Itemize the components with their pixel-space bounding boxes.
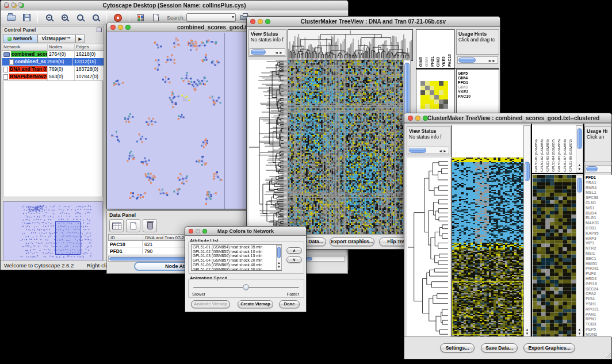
gene-label[interactable]: MSL1	[586, 190, 612, 196]
export-graphics-button[interactable]: Export Graphics...	[330, 237, 374, 246]
col-network[interactable]: Network	[2, 44, 48, 51]
attribute-item[interactable]: GPL51-03 (GSM856) heat shock 15 min	[192, 254, 281, 258]
tab-vizmapper[interactable]: VizMapper™	[37, 35, 76, 43]
maximize-icon[interactable]	[18, 2, 22, 7]
network-row-dna-tran[interactable]: DNA and Tran 07 769(0) 183728(0)	[2, 66, 104, 73]
gene-label[interactable]: PFD1	[458, 81, 498, 85]
scroll-arrows[interactable]: ◄►	[438, 148, 447, 154]
scrollbar-thumb[interactable]	[277, 247, 281, 258]
scroll-arrows[interactable]: ▲▼	[524, 328, 530, 336]
maximize-icon[interactable]	[125, 25, 131, 30]
attribute-item[interactable]: GPL51-06 (GSM865) heat shock 40 min	[192, 263, 281, 267]
gene-label[interactable]: PAN1	[586, 312, 612, 317]
scrollbar-thumb[interactable]	[577, 128, 582, 149]
gene-label[interactable]: SEC1	[586, 256, 612, 262]
animate-vizmap-button[interactable]: Animate Vizmap	[191, 300, 230, 308]
tab-overflow-arrow[interactable]: ▶	[75, 35, 84, 43]
scrollbar-thumb[interactable]	[409, 148, 426, 153]
gene-label[interactable]: BUD4	[586, 211, 612, 216]
zoom-in-button[interactable]: +	[58, 12, 71, 24]
vertical-scrollbar[interactable]: ▲▼	[523, 125, 531, 337]
new-attribute-button[interactable]	[126, 219, 140, 232]
gene-label[interactable]: MAK31	[586, 221, 612, 226]
gene-label[interactable]: MSI1	[586, 251, 612, 256]
expression-heatmap[interactable]	[452, 158, 523, 337]
gene-label[interactable]: GIM4	[458, 76, 498, 81]
horizontal-scrollbar[interactable]: ◄►	[457, 56, 498, 64]
gene-label[interactable]: HMG1	[586, 262, 612, 267]
gene-label[interactable]: RPN1	[586, 317, 612, 322]
minimize-icon[interactable]	[118, 25, 123, 30]
column-dendrogram[interactable]	[288, 29, 413, 61]
scrollbar-thumb[interactable]	[586, 166, 598, 171]
horizontal-scrollbar[interactable]: ◄►	[408, 147, 449, 154]
gene-label[interactable]: GTB1	[586, 226, 612, 231]
gene-label[interactable]: TCB3	[586, 322, 612, 327]
speed-slider-thumb[interactable]	[243, 284, 249, 290]
scrollbar-thumb[interactable]	[525, 162, 530, 181]
network-row-selected[interactable]: combined_sco 2569(6) 13112(15)	[2, 58, 104, 66]
gene-label[interactable]: GIM3	[458, 85, 498, 90]
row-dendrogram[interactable]	[248, 60, 287, 235]
delete-attribute-button[interactable]	[143, 219, 157, 232]
scroll-arrows[interactable]: ◄►	[274, 50, 284, 55]
network-row-rnapuber[interactable]: RNAPuberNov2+ 563(0) 107847(0)	[2, 73, 104, 81]
dialog-titlebar[interactable]: Map Colors to Network	[185, 227, 306, 236]
resize-grip[interactable]	[605, 352, 611, 358]
attribute-item[interactable]: GPL51-02 (GSM855) heat shock 10 min	[192, 250, 281, 254]
select-attributes-button[interactable]	[109, 219, 124, 232]
maximize-icon[interactable]	[423, 116, 428, 121]
gene-label[interactable]: CPA2	[586, 292, 612, 297]
birdseye-view[interactable]	[3, 201, 103, 261]
zoom-fit-button[interactable]	[73, 12, 87, 24]
network-canvas[interactable]	[108, 33, 225, 209]
gene-label[interactable]: SPC98	[586, 196, 612, 201]
tab-network[interactable]: Network	[3, 35, 37, 43]
treeview-combined-titlebar[interactable]: ClusterMaker TreeView : combined_scores_…	[404, 113, 611, 123]
scroll-arrows[interactable]: ▲▼	[576, 163, 583, 171]
close-icon[interactable]	[189, 229, 193, 233]
gene-label[interactable]: SEC24	[586, 287, 612, 292]
gene-label[interactable]: GPI16	[586, 282, 612, 287]
main-titlebar[interactable]: Cytoscape Desktop (Session Name: collins…	[1, 1, 348, 10]
save-session-button[interactable]	[20, 12, 33, 24]
minimize-icon[interactable]	[196, 229, 200, 233]
selection-zoom-heatmap[interactable]	[533, 175, 576, 337]
gene-label[interactable]: NTR2	[586, 246, 612, 251]
scrollbar-thumb[interactable]	[577, 178, 582, 193]
float-panel-icon[interactable]	[97, 28, 102, 32]
minimize-icon[interactable]	[258, 19, 263, 24]
gene-label[interactable]: FIG4	[586, 297, 612, 302]
done-button[interactable]: Done	[279, 300, 300, 308]
move-down-button[interactable]: ∨	[286, 256, 302, 263]
gene-label[interactable]: RNR4	[586, 186, 612, 191]
zoom-out-button[interactable]: −	[42, 12, 56, 24]
gene-label[interactable]: PAC10	[458, 94, 498, 99]
correlation-mini-heatmap[interactable]	[420, 81, 448, 109]
gene-label[interactable]: CLN1	[586, 201, 612, 206]
row-dendrogram[interactable]	[407, 158, 450, 337]
minimize-icon[interactable]	[11, 2, 16, 7]
scroll-arrows[interactable]: ▲▼	[277, 261, 281, 269]
scrollbar-thumb[interactable]	[251, 49, 266, 55]
treeview-dna-titlebar[interactable]: ClusterMaker TreeView : DNA and Tran 07-…	[247, 17, 500, 26]
export-graphics-button[interactable]: Export Graphics...	[523, 343, 575, 352]
attribute-list[interactable]: GPL51-01 (GSM854) heat shock 05 minGPL51…	[191, 244, 282, 271]
gene-label[interactable]: HAP3	[586, 236, 612, 242]
horizontal-scrollbar[interactable]: ◄►	[250, 48, 285, 56]
attribute-item[interactable]: GPL51-07 (GSM868) heat shock 60 min	[192, 267, 281, 271]
gene-label[interactable]: PUF3	[586, 271, 612, 277]
col-edges[interactable]: Edges	[75, 44, 104, 51]
gene-label[interactable]: RPO21	[586, 307, 612, 312]
gene-label[interactable]: NIS1	[586, 206, 612, 211]
search-input[interactable]	[186, 13, 236, 22]
col-nodes[interactable]: Nodes	[48, 44, 75, 51]
zoom-region-button[interactable]: ▫	[89, 12, 102, 24]
gene-label[interactable]: PHO81	[586, 266, 612, 271]
save-data-button[interactable]: Save Data...	[481, 343, 518, 352]
vertical-scrollbar[interactable]: ▲▼	[576, 175, 583, 337]
birdseye-viewport[interactable]	[55, 221, 81, 255]
gene-label[interactable]: ELG1	[586, 216, 612, 221]
vertical-scrollbar[interactable]: ▲▼	[276, 245, 282, 270]
create-vizmap-button[interactable]: Create Vizmap	[238, 300, 273, 308]
